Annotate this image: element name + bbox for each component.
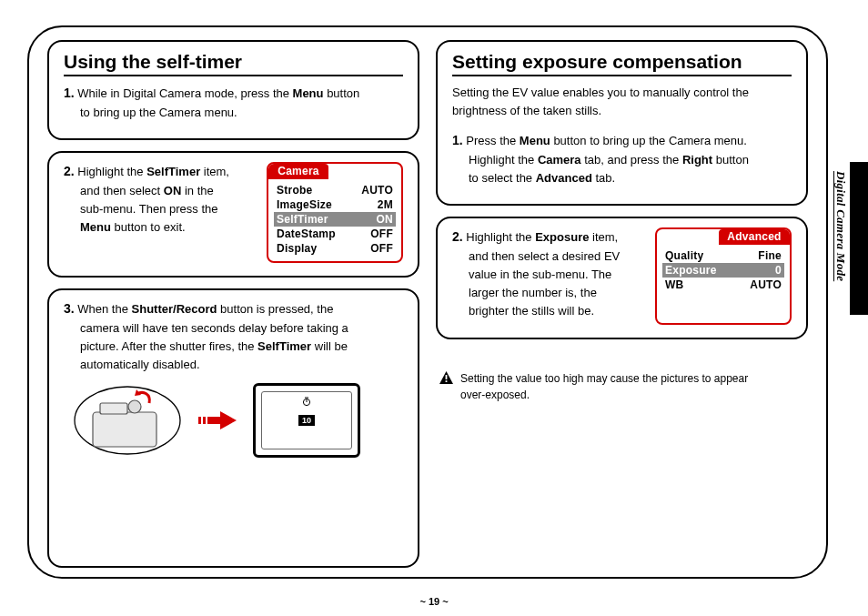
text: item,	[589, 230, 618, 244]
warning-row: Setting the value too high may cause the…	[436, 370, 808, 404]
page-number: ~ 19 ~	[419, 596, 448, 607]
right-intro: Setting the EV value enables you to manu…	[452, 84, 792, 120]
text: Highlight the Camera tab, and press the …	[452, 151, 792, 169]
svg-marker-8	[220, 411, 237, 429]
lcd-screen: 10	[253, 383, 360, 458]
left-box-step2: 2. Highlight the SelfTimer item, and the…	[47, 151, 419, 278]
svg-rect-1	[93, 412, 156, 447]
text: While in Digital Camera mode, press the	[75, 86, 293, 100]
camera-menu-tab: Camera	[268, 164, 328, 179]
text: Setting the value too high may cause the…	[460, 372, 748, 385]
side-section-label: Digital Camera Mode	[833, 171, 848, 317]
camera-menu-rows: StrobeAUTOImageSize2MSelfTimerONDateStam…	[268, 179, 401, 261]
text: button	[324, 86, 360, 100]
exposure-word: Exposure	[535, 230, 589, 244]
selftimer-word: SelfTimer	[257, 339, 311, 353]
menu-word: Menu	[293, 86, 324, 100]
left-box-heading-step1: Using the self-timer 1. While in Digital…	[47, 40, 419, 140]
selftimer-word: SelfTimer	[146, 165, 200, 178]
left-step1: 1. While in Digital Camera mode, press t…	[64, 84, 403, 122]
text: Menu button to exit.	[64, 218, 254, 237]
advanced-menu-rows: QualityFineExposure0WBAUTO	[657, 245, 790, 298]
left-box-step3: 3. When the Shutter/Record button is pre…	[47, 288, 419, 568]
right-step1: 1. Press the Menu button to bring up the…	[452, 131, 792, 187]
text: to bring up the Camera menu.	[64, 104, 403, 122]
advanced-menu-panel: Advanced QualityFineExposure0WBAUTO	[655, 227, 792, 324]
step-number: 1.	[452, 133, 463, 147]
right-word: Right	[682, 153, 712, 167]
advanced-menu-tab: Advanced	[719, 229, 790, 245]
menu-word: Menu	[520, 134, 550, 147]
svg-rect-7	[207, 417, 220, 424]
warning-text: Setting the value too high may cause the…	[460, 370, 748, 404]
menu-row-label: WB	[665, 278, 683, 291]
shutter-word: Shutter/Record	[132, 302, 217, 316]
step2-wrap: 2. Highlight the SelfTimer item, and the…	[64, 162, 403, 263]
text: larger the number is, the	[452, 284, 642, 302]
menu-row-label: Strobe	[277, 184, 312, 197]
menu-row-label: Quality	[665, 249, 703, 262]
menu-row-value: OFF	[370, 227, 393, 240]
menu-row-value: AUTO	[750, 278, 782, 291]
left-step3: 3. When the Shutter/Record button is pre…	[64, 299, 403, 374]
step-number: 2.	[64, 164, 75, 178]
svg-rect-14	[446, 380, 448, 382]
menu-row: DisplayOFF	[274, 241, 396, 256]
menu-row: ImageSize2M	[274, 197, 396, 212]
text: sub-menu. Then press the	[64, 200, 254, 218]
arrow-icon	[198, 410, 237, 430]
right-column: Setting exposure compensation Setting th…	[436, 40, 808, 568]
text: Setting the EV value enables you to manu…	[452, 84, 792, 102]
menu-row-label: ImageSize	[277, 198, 332, 211]
camera-illustration	[73, 385, 182, 456]
menu-row: DateStampOFF	[274, 227, 396, 241]
columns: Using the self-timer 1. While in Digital…	[47, 40, 808, 568]
text: button to bring up the Camera menu.	[550, 134, 747, 147]
svg-rect-5	[198, 417, 201, 424]
text: value in the sub-menu. The	[452, 266, 642, 284]
menu-row: StrobeAUTO	[274, 183, 396, 197]
menu-row-value: 2M	[378, 198, 393, 211]
menu-row: Exposure0	[662, 263, 784, 278]
menu-row-value: OFF	[370, 242, 393, 255]
right-box-step2: 2. Highlight the Exposure item, and then…	[436, 217, 808, 338]
menu-row-value: Fine	[758, 249, 782, 262]
svg-rect-13	[446, 375, 448, 379]
step-number: 2.	[452, 229, 463, 244]
step-number: 1.	[64, 86, 75, 100]
text: brighter the stills will be.	[452, 302, 642, 320]
illustration-row: 10	[64, 383, 403, 458]
camera-word: Camera	[538, 153, 581, 167]
menu-row-value: 0	[775, 264, 782, 277]
page-frame: Using the self-timer 1. While in Digital…	[27, 25, 828, 579]
menu-row-value: AUTO	[361, 184, 393, 197]
text: When the	[75, 302, 132, 316]
menu-row: QualityFine	[662, 248, 784, 263]
menu-row-label: SelfTimer	[277, 213, 328, 226]
menu-row-label: Exposure	[665, 264, 717, 277]
side-thumb-tab	[850, 162, 868, 315]
left-heading: Using the self-timer	[64, 51, 403, 76]
text: Highlight the	[463, 230, 536, 244]
right-box-heading-step1: Setting exposure compensation Setting th…	[436, 40, 808, 206]
text: item,	[200, 165, 229, 178]
menu-row-label: Display	[277, 242, 317, 255]
svg-rect-2	[100, 403, 127, 414]
step2-wrap: 2. Highlight the Exposure item, and then…	[452, 227, 792, 324]
text: button is pressed, the	[217, 302, 333, 316]
svg-point-3	[128, 400, 141, 413]
warning-icon	[439, 371, 453, 384]
svg-rect-6	[203, 417, 206, 424]
right-heading: Setting exposure compensation	[452, 51, 792, 76]
text: to select the Advanced tab.	[452, 169, 792, 187]
lcd-countdown: 10	[298, 415, 315, 426]
text: automatically disabled.	[64, 356, 403, 374]
text: and then select a desired EV	[452, 247, 642, 266]
text: Press the	[463, 134, 520, 147]
on-word: ON	[164, 184, 182, 197]
menu-word: Menu	[80, 220, 111, 234]
right-step2-text: 2. Highlight the Exposure item, and then…	[452, 227, 642, 320]
left-column: Using the self-timer 1. While in Digital…	[47, 40, 419, 568]
menu-row-value: ON	[377, 213, 393, 226]
text: over-exposed.	[460, 389, 530, 401]
